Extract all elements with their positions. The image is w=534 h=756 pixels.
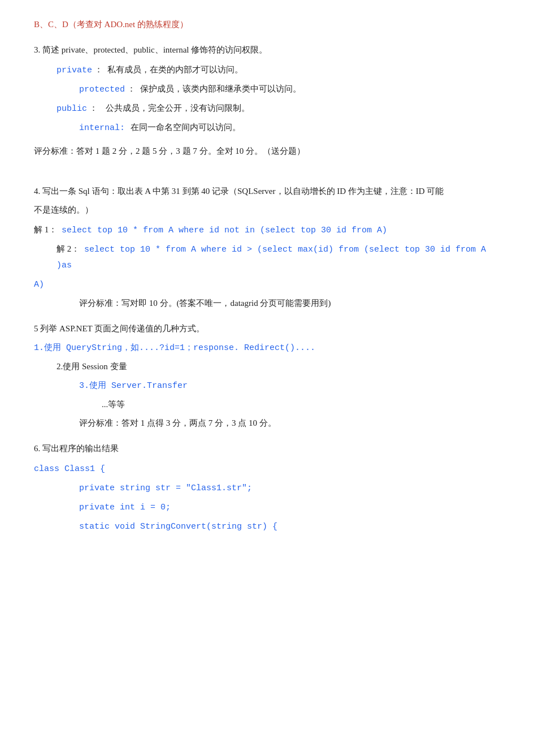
- q5-item4-text: ...等等: [102, 400, 125, 409]
- q4-title-text: 4. 写出一条 Sql 语句：取出表 A 中第 31 到第 40 记录（SQLS…: [34, 187, 444, 196]
- q6-code1-text: class Class1 {: [34, 464, 105, 474]
- q5-score-text: 评分标准：答对 1 点得 3 分，两点 7 分，3 点 10 分。: [79, 418, 276, 427]
- q4-title2-text: 不是连续的。）: [34, 205, 93, 214]
- q3-private-label: private: [57, 66, 92, 75]
- q5-item1-text: 1.使用 QueryString，如....?id=1；response. Re…: [34, 343, 315, 353]
- q4-sol2-code: select top 10 * from A where id > (selec…: [57, 245, 486, 270]
- q3-protected-colon: ：: [127, 84, 136, 93]
- q4-sol2: 解 2： select top 10 * from A where id > (…: [34, 241, 500, 273]
- q3-public-desc: 公共成员，完全公开，没有访问限制。: [100, 103, 250, 113]
- q4-score: 评分标准：写对即 10 分。(答案不唯一，datagrid 分页可能需要用到): [34, 296, 500, 311]
- q6-code2: private string str = "Class1.str";: [34, 480, 500, 496]
- q5-item2-text: 2.使用 Session 变量: [57, 362, 127, 371]
- question-5: 5 列举 ASP.NET 页面之间传递值的几种方式。 1.使用 QueryStr…: [34, 321, 500, 431]
- q6-title: 6. 写出程序的输出结果: [34, 441, 500, 456]
- q4-sol1-label: 解 1：: [34, 225, 57, 234]
- q5-score: 评分标准：答对 1 点得 3 分，两点 7 分，3 点 10 分。: [34, 416, 500, 431]
- header-options: B、C、D（考查对 ADO.net 的熟练程度）: [34, 17, 500, 32]
- q4-title2: 不是连续的。）: [34, 202, 500, 218]
- q4-title: 4. 写出一条 Sql 语句：取出表 A 中第 31 到第 40 记录（SQLS…: [34, 184, 500, 199]
- q4-sol1: 解 1： select top 10 * from A where id not…: [34, 222, 500, 238]
- q3-protected-label: protected: [79, 85, 125, 94]
- q6-code4: static void StringConvert(string str) {: [34, 519, 500, 534]
- question-4: 4. 写出一条 Sql 语句：取出表 A 中第 31 到第 40 记录（SQLS…: [34, 184, 500, 311]
- q4-sol2-cont: A): [34, 277, 500, 292]
- q3-protected: protected ： 保护成员，该类内部和继承类中可以访问。: [34, 81, 500, 97]
- q3-internal: internal: 在同一命名空间内可以访问。: [34, 120, 500, 136]
- q6-code3-text: private int i = 0;: [79, 503, 171, 512]
- q3-score: 评分标准：答对 1 题 2 分，2 题 5 分，3 题 7 分。全对 10 分。…: [34, 144, 500, 159]
- q3-private-desc: 私有成员，在类的内部才可以访问。: [105, 65, 243, 74]
- q6-code4-text: static void StringConvert(string str) {: [79, 522, 277, 532]
- q5-item3: 3.使用 Server.Transfer: [34, 378, 500, 394]
- q4-score-text: 评分标准：写对即 10 分。(答案不唯一，datagrid 分页可能需要用到): [79, 299, 331, 308]
- q5-title: 5 列举 ASP.NET 页面之间传递值的几种方式。: [34, 321, 500, 336]
- question-3: 3. 简述 private、protected、public、internal …: [34, 42, 500, 159]
- q3-public-label: public: [57, 104, 87, 114]
- q3-internal-label: internal:: [79, 123, 125, 133]
- options-label: B、C、D（考查对 ADO.net 的熟练程度）: [34, 20, 188, 29]
- q3-score-text: 评分标准：答对 1 题 2 分，2 题 5 分，3 题 7 分。全对 10 分。…: [34, 146, 305, 155]
- q4-sol1-code: select top 10 * from A where id not in (…: [59, 226, 387, 235]
- q3-public: public ： 公共成员，完全公开，没有访问限制。: [34, 101, 500, 116]
- q3-public-colon: ：: [89, 103, 98, 113]
- q6-title-text: 6. 写出程序的输出结果: [34, 444, 119, 453]
- q4-sol2-cont-text: A): [34, 280, 44, 290]
- q3-private-colon: ：: [94, 65, 103, 74]
- q4-sol2-label: 解 2：: [57, 244, 80, 253]
- q6-code2-text: private string str = "Class1.str";: [79, 483, 252, 493]
- q5-item1: 1.使用 QueryString，如....?id=1；response. Re…: [34, 340, 500, 356]
- q3-private: private ： 私有成员，在类的内部才可以访问。: [34, 62, 500, 78]
- question-6: 6. 写出程序的输出结果 class Class1 { private stri…: [34, 441, 500, 534]
- q5-title-text: 5 列举 ASP.NET 页面之间传递值的几种方式。: [34, 324, 205, 333]
- q6-code3: private int i = 0;: [34, 499, 500, 515]
- q3-title: 3. 简述 private、protected、public、internal …: [34, 42, 500, 58]
- q5-item3-text: 3.使用 Server.Transfer: [79, 381, 188, 391]
- q6-code1: class Class1 {: [34, 461, 500, 477]
- q3-internal-desc: 在同一命名空间内可以访问。: [127, 123, 241, 132]
- q5-item2: 2.使用 Session 变量: [34, 359, 500, 374]
- q3-protected-desc: 保护成员，该类内部和继承类中可以访问。: [138, 84, 301, 93]
- q5-item4: ...等等: [34, 397, 500, 412]
- q3-title-text: 3. 简述 private、protected、public、internal …: [34, 45, 267, 54]
